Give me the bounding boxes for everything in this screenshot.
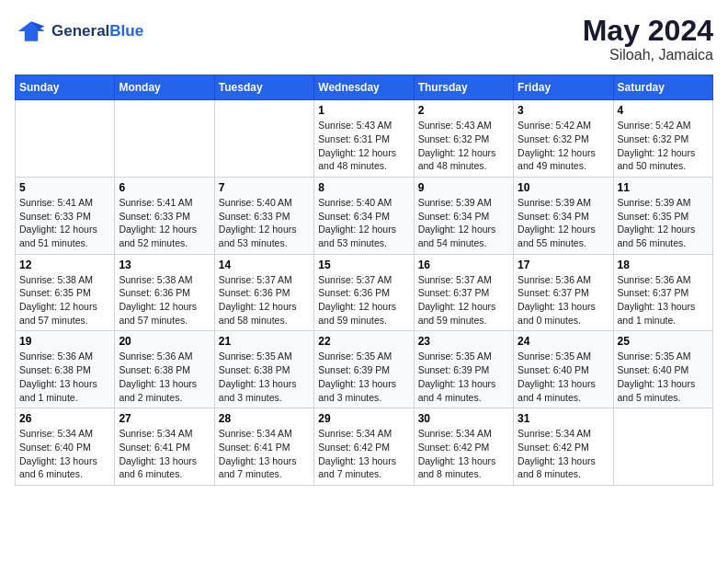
day-number: 19	[19, 335, 110, 348]
calendar-title-block: May 2024 Siloah, Jamaica	[583, 15, 713, 63]
calendar-day-cell: 12Sunrise: 5:38 AM Sunset: 6:35 PM Dayli…	[16, 254, 115, 331]
calendar-day-cell	[613, 408, 712, 486]
calendar-day-cell: 11Sunrise: 5:39 AM Sunset: 6:35 PM Dayli…	[613, 177, 712, 254]
location: Siloah, Jamaica	[583, 47, 713, 63]
weekday-header-friday: Friday	[514, 75, 613, 100]
day-number: 8	[318, 181, 409, 194]
day-info: Sunrise: 5:42 AM Sunset: 6:32 PM Dayligh…	[518, 119, 609, 173]
day-number: 27	[119, 412, 210, 425]
day-number: 1	[318, 104, 409, 117]
day-number: 24	[518, 335, 609, 348]
calendar-week-row: 5Sunrise: 5:41 AM Sunset: 6:33 PM Daylig…	[16, 177, 713, 254]
logo: GeneralBlue	[15, 15, 143, 48]
calendar-day-cell: 20Sunrise: 5:36 AM Sunset: 6:38 PM Dayli…	[115, 331, 214, 408]
weekday-header-saturday: Saturday	[613, 75, 712, 100]
calendar-day-cell: 25Sunrise: 5:35 AM Sunset: 6:40 PM Dayli…	[613, 331, 712, 408]
calendar-day-cell: 27Sunrise: 5:34 AM Sunset: 6:41 PM Dayli…	[115, 408, 214, 486]
day-info: Sunrise: 5:40 AM Sunset: 6:33 PM Dayligh…	[219, 196, 310, 250]
day-number: 11	[618, 181, 709, 194]
day-info: Sunrise: 5:34 AM Sunset: 6:42 PM Dayligh…	[318, 427, 409, 481]
calendar-day-cell: 21Sunrise: 5:35 AM Sunset: 6:38 PM Dayli…	[214, 331, 313, 408]
calendar-day-cell: 17Sunrise: 5:36 AM Sunset: 6:37 PM Dayli…	[514, 254, 613, 331]
calendar-day-cell: 7Sunrise: 5:40 AM Sunset: 6:33 PM Daylig…	[214, 177, 313, 254]
calendar-day-cell	[115, 100, 214, 178]
day-info: Sunrise: 5:34 AM Sunset: 6:42 PM Dayligh…	[518, 427, 609, 481]
day-info: Sunrise: 5:43 AM Sunset: 6:31 PM Dayligh…	[318, 119, 409, 173]
weekday-header-tuesday: Tuesday	[214, 75, 313, 100]
day-number: 30	[418, 412, 509, 425]
day-info: Sunrise: 5:35 AM Sunset: 6:40 PM Dayligh…	[518, 350, 609, 404]
day-info: Sunrise: 5:41 AM Sunset: 6:33 PM Dayligh…	[119, 196, 210, 250]
calendar-day-cell: 15Sunrise: 5:37 AM Sunset: 6:36 PM Dayli…	[314, 254, 414, 331]
day-number: 14	[219, 259, 310, 271]
calendar-day-cell: 4Sunrise: 5:42 AM Sunset: 6:32 PM Daylig…	[613, 100, 712, 178]
day-number: 28	[219, 412, 310, 425]
calendar-day-cell: 2Sunrise: 5:43 AM Sunset: 6:32 PM Daylig…	[414, 100, 513, 178]
calendar-day-cell	[16, 100, 115, 178]
calendar-day-cell: 14Sunrise: 5:37 AM Sunset: 6:36 PM Dayli…	[214, 254, 313, 331]
day-number: 15	[318, 259, 409, 271]
day-info: Sunrise: 5:36 AM Sunset: 6:37 PM Dayligh…	[518, 273, 609, 327]
svg-marker-0	[18, 21, 45, 41]
day-number: 4	[618, 104, 709, 117]
calendar-day-cell: 30Sunrise: 5:34 AM Sunset: 6:42 PM Dayli…	[414, 408, 513, 486]
day-info: Sunrise: 5:43 AM Sunset: 6:32 PM Dayligh…	[418, 119, 509, 173]
weekday-header-monday: Monday	[115, 75, 214, 100]
day-info: Sunrise: 5:38 AM Sunset: 6:36 PM Dayligh…	[119, 273, 210, 327]
day-number: 13	[119, 259, 210, 271]
day-info: Sunrise: 5:39 AM Sunset: 6:34 PM Dayligh…	[518, 196, 609, 250]
calendar-day-cell: 1Sunrise: 5:43 AM Sunset: 6:31 PM Daylig…	[314, 100, 414, 178]
calendar-day-cell: 18Sunrise: 5:36 AM Sunset: 6:37 PM Dayli…	[613, 254, 712, 331]
calendar-week-row: 12Sunrise: 5:38 AM Sunset: 6:35 PM Dayli…	[16, 254, 713, 331]
day-info: Sunrise: 5:34 AM Sunset: 6:41 PM Dayligh…	[219, 427, 310, 481]
day-info: Sunrise: 5:35 AM Sunset: 6:38 PM Dayligh…	[219, 350, 310, 404]
calendar-day-cell: 16Sunrise: 5:37 AM Sunset: 6:37 PM Dayli…	[414, 254, 513, 331]
day-number: 12	[19, 259, 110, 271]
day-number: 3	[518, 104, 609, 117]
day-number: 6	[119, 181, 210, 194]
page-header: GeneralBlue May 2024 Siloah, Jamaica	[15, 15, 713, 63]
day-number: 23	[418, 335, 509, 348]
calendar-day-cell: 13Sunrise: 5:38 AM Sunset: 6:36 PM Dayli…	[115, 254, 214, 331]
day-info: Sunrise: 5:35 AM Sunset: 6:40 PM Dayligh…	[618, 350, 709, 404]
calendar-day-cell: 10Sunrise: 5:39 AM Sunset: 6:34 PM Dayli…	[514, 177, 613, 254]
logo-text: GeneralBlue	[51, 22, 143, 40]
day-number: 18	[618, 259, 709, 271]
day-number: 16	[418, 259, 509, 271]
day-info: Sunrise: 5:39 AM Sunset: 6:35 PM Dayligh…	[618, 196, 709, 250]
day-number: 21	[219, 335, 310, 348]
weekday-header-wednesday: Wednesday	[314, 75, 414, 100]
day-info: Sunrise: 5:41 AM Sunset: 6:33 PM Dayligh…	[19, 196, 110, 250]
weekday-header-row: SundayMondayTuesdayWednesdayThursdayFrid…	[16, 75, 713, 100]
calendar-day-cell: 8Sunrise: 5:40 AM Sunset: 6:34 PM Daylig…	[314, 177, 414, 254]
day-info: Sunrise: 5:35 AM Sunset: 6:39 PM Dayligh…	[418, 350, 509, 404]
day-info: Sunrise: 5:37 AM Sunset: 6:36 PM Dayligh…	[318, 273, 409, 327]
day-info: Sunrise: 5:37 AM Sunset: 6:36 PM Dayligh…	[219, 273, 310, 327]
calendar-day-cell: 28Sunrise: 5:34 AM Sunset: 6:41 PM Dayli…	[214, 408, 313, 486]
calendar-day-cell: 26Sunrise: 5:34 AM Sunset: 6:40 PM Dayli…	[16, 408, 115, 486]
day-number: 2	[418, 104, 509, 117]
weekday-header-sunday: Sunday	[16, 75, 115, 100]
calendar-day-cell: 19Sunrise: 5:36 AM Sunset: 6:38 PM Dayli…	[16, 331, 115, 408]
day-number: 5	[19, 181, 110, 194]
calendar-week-row: 26Sunrise: 5:34 AM Sunset: 6:40 PM Dayli…	[16, 408, 713, 486]
day-info: Sunrise: 5:35 AM Sunset: 6:39 PM Dayligh…	[318, 350, 409, 404]
day-number: 25	[618, 335, 709, 348]
day-number: 22	[318, 335, 409, 348]
day-info: Sunrise: 5:42 AM Sunset: 6:32 PM Dayligh…	[618, 119, 709, 173]
day-info: Sunrise: 5:34 AM Sunset: 6:42 PM Dayligh…	[418, 427, 509, 481]
day-info: Sunrise: 5:36 AM Sunset: 6:37 PM Dayligh…	[618, 273, 709, 327]
calendar-day-cell: 3Sunrise: 5:42 AM Sunset: 6:32 PM Daylig…	[514, 100, 613, 178]
calendar-day-cell	[214, 100, 313, 178]
day-info: Sunrise: 5:37 AM Sunset: 6:37 PM Dayligh…	[418, 273, 509, 327]
day-info: Sunrise: 5:38 AM Sunset: 6:35 PM Dayligh…	[19, 273, 110, 327]
calendar-day-cell: 9Sunrise: 5:39 AM Sunset: 6:34 PM Daylig…	[414, 177, 513, 254]
day-number: 20	[119, 335, 210, 348]
weekday-header-thursday: Thursday	[414, 75, 513, 100]
calendar-day-cell: 29Sunrise: 5:34 AM Sunset: 6:42 PM Dayli…	[314, 408, 414, 486]
calendar-day-cell: 5Sunrise: 5:41 AM Sunset: 6:33 PM Daylig…	[16, 177, 115, 254]
day-number: 29	[318, 412, 409, 425]
calendar-day-cell: 23Sunrise: 5:35 AM Sunset: 6:39 PM Dayli…	[414, 331, 513, 408]
calendar-week-row: 19Sunrise: 5:36 AM Sunset: 6:38 PM Dayli…	[16, 331, 713, 408]
day-number: 17	[518, 259, 609, 271]
